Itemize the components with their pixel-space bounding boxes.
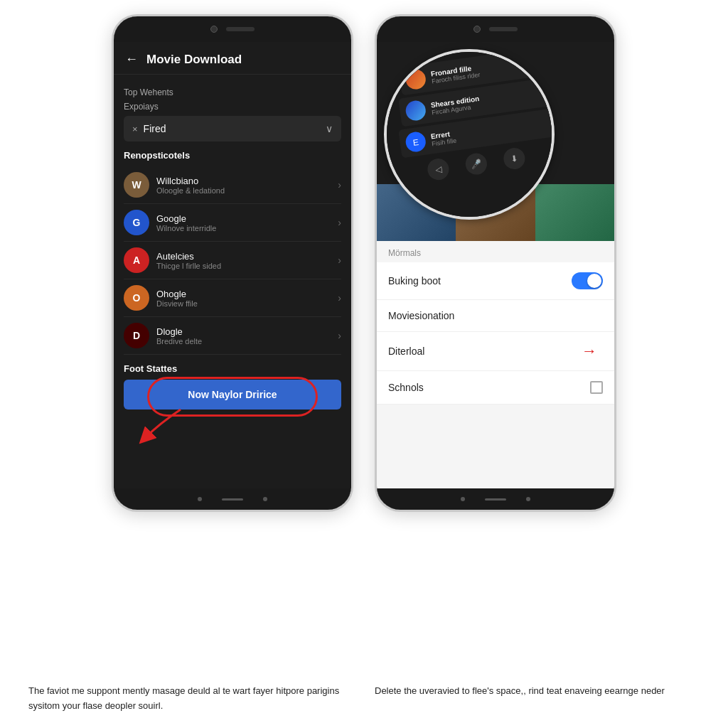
- settings-row-text[interactable]: Moviesionation: [377, 300, 614, 332]
- item-title: Dlogle: [156, 326, 338, 337]
- list-item[interactable]: A Autelcies Thicge l firlle sided ›: [124, 242, 341, 279]
- chevron-right-icon: ›: [338, 179, 341, 191]
- settings-label: Diterloal: [388, 346, 424, 357]
- list-text: Dlogle Bredive delte: [156, 326, 338, 346]
- speaker-right: [489, 27, 518, 31]
- dropdown-row[interactable]: × Fired ∨: [124, 116, 341, 141]
- list-text: Willcbiano Oloogle & ledationd: [156, 176, 338, 195]
- zoom-avatar: [405, 100, 427, 122]
- back-icon: ◁: [426, 157, 450, 181]
- phone-top-bar-right: [377, 16, 614, 42]
- right-phone: Fronard fille Faroch filiss rlder Shears…: [375, 14, 616, 512]
- thumb-3: [535, 184, 614, 241]
- checkbox[interactable]: [590, 381, 603, 394]
- cta-wrapper: Now Naylor Dririce: [124, 380, 341, 410]
- toggle-dot: [587, 274, 601, 288]
- camera-right: [473, 26, 481, 33]
- list-text: Ohogle Disview ffile: [156, 289, 338, 308]
- zoom-item-text: Errert Fisih fille: [430, 129, 457, 147]
- list-item[interactable]: D Dlogle Bredive delte ›: [124, 317, 341, 355]
- chevron-right-icon: ›: [338, 255, 341, 266]
- item-subtitle: Disview ffile: [156, 299, 338, 308]
- right-screen: Fronard fille Faroch filiss rlder Shears…: [377, 42, 614, 488]
- left-screen: ← Movie Download Top Wehents Expoiays × …: [114, 42, 351, 488]
- svg-text:E: E: [412, 137, 419, 148]
- avatar: D: [124, 323, 149, 348]
- nav-dot: [526, 497, 530, 501]
- right-settings: Mörmals Buking boot Moviesionation Diter…: [377, 241, 614, 488]
- cta-button[interactable]: Now Naylor Dririce: [124, 380, 341, 410]
- settings-row-checkbox[interactable]: Schnols: [377, 371, 614, 405]
- chevron-down-icon: ∨: [326, 123, 333, 134]
- settings-label: Schnols: [388, 382, 424, 393]
- chevron-right-icon: ›: [338, 292, 341, 304]
- left-caption: The faviot me suppont mently masage deul…: [28, 684, 353, 714]
- dropdown-value: Fired: [144, 123, 326, 134]
- toggle-switch[interactable]: [572, 272, 603, 289]
- download-icon: ⬇: [502, 146, 526, 171]
- phone-top-bar-left: [114, 16, 351, 42]
- list-text: Google Wilnove interridle: [156, 213, 338, 232]
- settings-label: Buking boot: [388, 275, 441, 287]
- avatar: A: [124, 247, 149, 273]
- captions-row: The faviot me suppont mently masage deul…: [14, 675, 714, 714]
- right-screen-top: Fronard fille Faroch filiss rlder Shears…: [377, 42, 614, 241]
- list-item[interactable]: G Google Wilnove interridle ›: [124, 204, 341, 242]
- screen-header: ← Movie Download: [114, 42, 351, 75]
- settings-row-toggle[interactable]: Buking boot: [377, 262, 614, 300]
- camera-left: [210, 26, 218, 33]
- zoom-list: Fronard fille Faroch filiss rlder Shears…: [387, 52, 552, 217]
- nav-home: [485, 498, 506, 500]
- avatar: O: [124, 285, 149, 311]
- zoom-item-text: Shears edition Fircah Agurva: [430, 95, 481, 116]
- mic-icon: 🎤: [464, 152, 488, 176]
- dropdown-clear[interactable]: ×: [132, 124, 138, 134]
- avatar: G: [124, 210, 149, 235]
- expiry-label: Expoiays: [124, 102, 341, 112]
- item-title: Willcbiano: [156, 176, 338, 186]
- item-title: Autelcies: [156, 251, 338, 262]
- nav-dot: [461, 497, 465, 501]
- phone-bottom-bar-right: [377, 488, 614, 510]
- item-subtitle: Oloogle & ledationd: [156, 186, 338, 195]
- avatar: W: [124, 172, 149, 198]
- list-item[interactable]: O Ohogle Disview ffile ›: [124, 279, 341, 317]
- right-caption: Delete the uveravied to flee's space,, r…: [375, 684, 700, 714]
- left-phone: ← Movie Download Top Wehents Expoiays × …: [112, 14, 353, 512]
- speaker-left: [226, 27, 255, 31]
- item-title: Google: [156, 213, 338, 224]
- list-text: Autelcies Thicge l firlle sided: [156, 251, 338, 270]
- item-subtitle: Wilnove interridle: [156, 224, 338, 232]
- chevron-right-icon: ›: [338, 330, 341, 341]
- red-arrow-icon: →: [582, 342, 597, 360]
- item-subtitle: Thicge l firlle sided: [156, 262, 338, 270]
- back-button[interactable]: ←: [125, 52, 138, 67]
- foot-states-label: Foot Stattes: [124, 363, 341, 374]
- item-subtitle: Bredive delte: [156, 337, 338, 346]
- top-section-label: Top Wehents: [124, 87, 341, 97]
- nav-home: [222, 498, 243, 500]
- list-item[interactable]: W Willcbiano Oloogle & ledationd ›: [124, 166, 341, 204]
- zoom-circle: Fronard fille Faroch filiss rlder Shears…: [384, 49, 555, 220]
- zoom-item-text: Fronard fille Faroch filiss rlder: [430, 63, 481, 85]
- list-section-label: Renopsticotels: [124, 150, 341, 161]
- zoom-avatar: [405, 68, 427, 91]
- phone-bottom-bar-left: [114, 488, 351, 510]
- zoom-avatar: E: [405, 131, 427, 154]
- settings-section-header: Mörmals: [377, 241, 614, 262]
- screen-title: Movie Download: [146, 53, 242, 67]
- nav-dot: [198, 497, 202, 501]
- settings-label: Moviesionation: [388, 310, 454, 321]
- chevron-right-icon: ›: [338, 217, 341, 228]
- nav-dot: [263, 497, 267, 501]
- screen-body: Top Wehents Expoiays × Fired ∨ Renopstic…: [114, 75, 351, 488]
- settings-row-arrow[interactable]: Diterloal →: [377, 332, 614, 371]
- item-title: Ohogle: [156, 289, 338, 299]
